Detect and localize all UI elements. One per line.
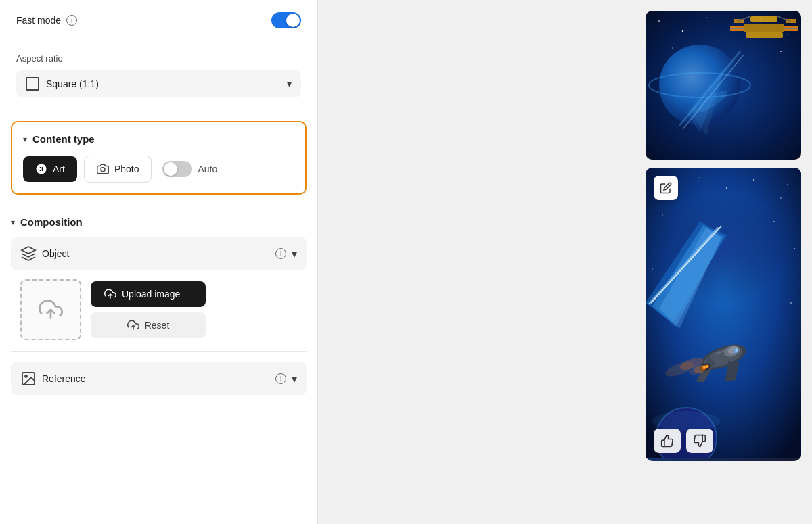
svg-rect-20 bbox=[746, 32, 783, 38]
upload-image-label: Upload image bbox=[122, 289, 180, 300]
content-type-title: Content type bbox=[32, 133, 95, 145]
svg-point-15 bbox=[780, 51, 782, 52]
aspect-ratio-label: Aspect ratio bbox=[16, 53, 301, 64]
svg-point-14 bbox=[672, 47, 673, 49]
auto-label: Auto bbox=[198, 164, 217, 174]
art-icon bbox=[35, 163, 47, 175]
svg-rect-18 bbox=[744, 24, 784, 32]
svg-point-9 bbox=[682, 30, 683, 32]
fast-mode-left: Fast mode i bbox=[16, 15, 77, 26]
auto-row: Auto bbox=[162, 161, 217, 177]
svg-point-46 bbox=[780, 197, 782, 199]
svg-point-49 bbox=[662, 214, 663, 216]
images-column bbox=[646, 11, 801, 461]
svg-point-50 bbox=[794, 248, 795, 249]
svg-point-47 bbox=[787, 184, 788, 185]
art-button[interactable]: Art bbox=[23, 156, 77, 182]
auto-toggle[interactable] bbox=[162, 161, 192, 177]
fast-mode-toggle[interactable] bbox=[271, 12, 301, 28]
reference-section: Reference i ▾ bbox=[11, 352, 307, 406]
middle-area bbox=[318, 0, 554, 524]
upload-cloud-icon bbox=[39, 297, 63, 322]
svg-rect-24 bbox=[786, 19, 796, 23]
svg-point-48 bbox=[773, 221, 775, 222]
fast-mode-info-icon[interactable]: i bbox=[66, 15, 77, 26]
content-type-chevron-icon: ▾ bbox=[23, 135, 27, 144]
object-row: Object i ▾ bbox=[11, 237, 307, 270]
action-buttons bbox=[654, 429, 713, 453]
right-panel bbox=[554, 0, 812, 524]
space-image-2 bbox=[646, 168, 801, 461]
object-label: Object bbox=[42, 248, 270, 259]
reference-row: Reference i ▾ bbox=[11, 362, 307, 395]
thumbs-down-icon bbox=[693, 434, 706, 448]
reset-label: Reset bbox=[145, 320, 170, 331]
toggle-knob bbox=[286, 14, 300, 27]
image-card-2 bbox=[646, 168, 801, 461]
svg-point-13 bbox=[787, 34, 788, 35]
thumbs-up-icon bbox=[660, 434, 674, 448]
thumbs-up-button[interactable] bbox=[654, 429, 681, 453]
space-scene-svg-2 bbox=[646, 168, 801, 458]
edit-pencil-button[interactable] bbox=[654, 176, 678, 200]
object-chevron-icon[interactable]: ▾ bbox=[292, 247, 297, 260]
svg-point-0 bbox=[38, 168, 41, 171]
art-button-label: Art bbox=[53, 164, 65, 174]
upload-placeholder[interactable] bbox=[20, 279, 81, 340]
reset-icon bbox=[127, 319, 139, 331]
composition-header: ▾ Composition bbox=[11, 216, 307, 228]
svg-point-1 bbox=[101, 168, 105, 172]
photo-button[interactable]: Photo bbox=[84, 156, 152, 183]
space-scene-svg-1 bbox=[646, 11, 801, 160]
upload-buttons: Upload image Reset bbox=[91, 281, 206, 338]
reference-actions: i ▾ bbox=[275, 373, 297, 385]
left-panel: Fast mode i Aspect ratio Square (1:1) ▾ … bbox=[0, 0, 318, 524]
svg-point-45 bbox=[753, 179, 754, 181]
auto-toggle-knob bbox=[164, 162, 177, 176]
upload-image-button[interactable]: Upload image bbox=[91, 281, 206, 307]
image-card-1 bbox=[646, 11, 801, 160]
svg-point-51 bbox=[652, 268, 653, 270]
aspect-ratio-dropdown[interactable]: Square (1:1) ▾ bbox=[16, 70, 301, 97]
reference-info-icon[interactable]: i bbox=[275, 373, 286, 384]
pencil-icon bbox=[660, 182, 672, 194]
reference-label: Reference bbox=[42, 373, 270, 384]
content-type-section: ▾ Content type Art Photo bbox=[11, 121, 307, 195]
composition-section: ▾ Composition Object i ▾ bbox=[11, 206, 307, 352]
svg-rect-19 bbox=[750, 16, 777, 22]
composition-chevron-icon: ▾ bbox=[11, 218, 15, 227]
upload-area: Upload image Reset bbox=[11, 279, 307, 340]
object-actions: i ▾ bbox=[275, 247, 297, 260]
space-image-1 bbox=[646, 11, 801, 160]
content-type-header: ▾ Content type bbox=[23, 133, 294, 145]
fast-mode-label: Fast mode bbox=[16, 15, 61, 26]
composition-title: Composition bbox=[20, 216, 83, 228]
chevron-down-icon: ▾ bbox=[287, 78, 292, 89]
aspect-ratio-value: Square (1:1) bbox=[46, 78, 280, 89]
upload-icon bbox=[104, 288, 116, 300]
content-type-buttons: Art Photo Auto bbox=[23, 156, 294, 183]
svg-point-10 bbox=[706, 17, 707, 18]
thumbs-down-button[interactable] bbox=[686, 429, 713, 453]
photo-button-label: Photo bbox=[114, 164, 139, 174]
reference-chevron-icon[interactable]: ▾ bbox=[292, 373, 297, 385]
svg-point-44 bbox=[726, 187, 727, 189]
square-icon bbox=[26, 77, 39, 91]
svg-point-52 bbox=[790, 302, 792, 304]
camera-icon bbox=[97, 163, 109, 175]
aspect-ratio-section: Aspect ratio Square (1:1) ▾ bbox=[0, 41, 317, 110]
object-icon bbox=[20, 245, 37, 262]
reset-button[interactable]: Reset bbox=[91, 312, 206, 338]
object-info-icon[interactable]: i bbox=[275, 248, 286, 259]
svg-point-8 bbox=[658, 20, 660, 22]
svg-point-43 bbox=[699, 177, 700, 178]
reference-icon bbox=[20, 371, 37, 387]
fast-mode-row: Fast mode i bbox=[0, 0, 317, 41]
svg-point-6 bbox=[25, 375, 27, 377]
